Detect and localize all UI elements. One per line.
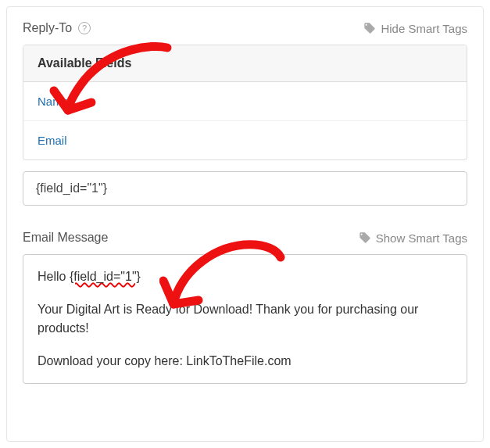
greeting-text: Hello: [38, 270, 70, 283]
available-fields-header: Available Fields: [23, 45, 467, 82]
reply-to-label: Reply-To: [23, 21, 72, 35]
settings-panel: Reply-To ? Hide Smart Tags Available Fie…: [6, 6, 484, 442]
reply-to-header: Reply-To ? Hide Smart Tags: [23, 21, 467, 35]
available-fields-box: Available Fields Name Email: [23, 45, 467, 160]
field-item-name[interactable]: Name: [23, 82, 467, 120]
tag-icon: [359, 231, 371, 244]
email-message-header: Email Message Show Smart Tags: [23, 231, 467, 245]
reply-to-input[interactable]: [23, 171, 467, 206]
field-item-email[interactable]: Email: [23, 120, 467, 159]
message-line-3: Download your copy here: LinkToTheFile.c…: [38, 352, 452, 371]
reply-to-label-row: Reply-To ?: [23, 21, 91, 35]
hide-smart-tags-label: Hide Smart Tags: [381, 22, 467, 35]
tag-icon: [363, 22, 376, 34]
email-message-label: Email Message: [23, 231, 108, 245]
show-smart-tags-label: Show Smart Tags: [376, 231, 467, 245]
help-icon[interactable]: ?: [78, 22, 91, 34]
email-message-body[interactable]: Hello {field_id="1"} Your Digital Art is…: [23, 254, 467, 384]
hide-smart-tags-link[interactable]: Hide Smart Tags: [363, 22, 467, 35]
email-message-label-row: Email Message: [23, 231, 108, 245]
field-tag: {field_id="1"}: [70, 270, 141, 283]
show-smart-tags-link[interactable]: Show Smart Tags: [359, 231, 467, 245]
message-line-1: Hello {field_id="1"}: [38, 267, 452, 286]
message-line-2: Your Digital Art is Ready for Download! …: [38, 300, 452, 338]
